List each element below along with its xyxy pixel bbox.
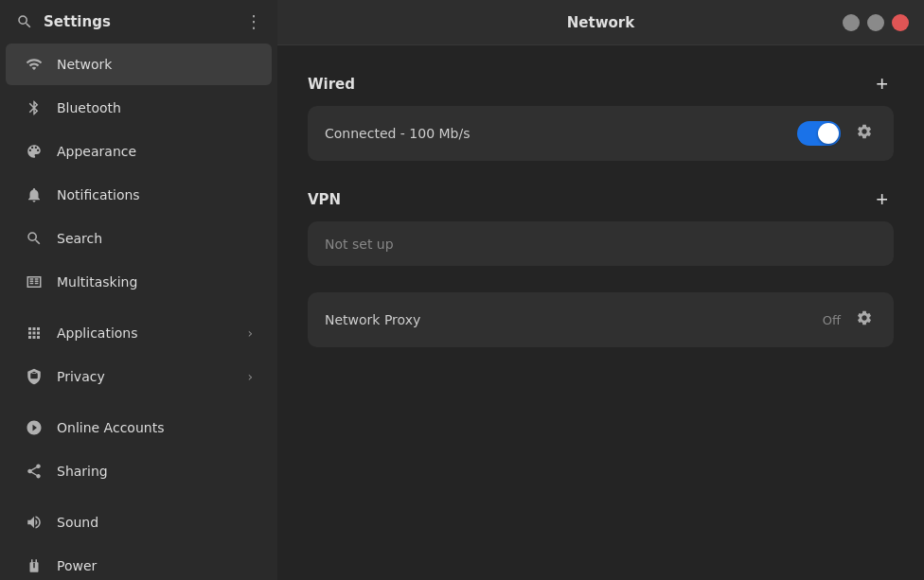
search-icon[interactable] (15, 12, 34, 31)
sound-icon (25, 513, 44, 532)
sidebar-item-network[interactable]: Network (6, 44, 272, 85)
wired-add-button[interactable]: + (870, 72, 894, 97)
online-accounts-icon (25, 418, 44, 437)
sidebar-item-appearance-label: Appearance (57, 144, 253, 159)
sidebar-menu-icon[interactable]: ⋮ (245, 11, 262, 31)
vpn-section-title: VPN (308, 191, 341, 208)
proxy-row[interactable]: Network Proxy Off (308, 292, 894, 347)
sidebar-item-online-accounts[interactable]: Online Accounts (6, 407, 272, 448)
appearance-icon (25, 142, 44, 161)
main-header: Network (277, 0, 924, 45)
sidebar-title: Settings (44, 13, 111, 30)
bluetooth-icon (25, 98, 44, 117)
power-icon (25, 556, 44, 575)
main-panel: Network Wired + Connected - 100 Mb/s (277, 0, 924, 580)
wired-card: Connected - 100 Mb/s (308, 106, 894, 161)
sidebar-item-privacy-label: Privacy (57, 369, 234, 384)
sidebar-item-privacy[interactable]: Privacy › (6, 356, 272, 397)
applications-icon (25, 324, 44, 343)
sidebar-item-applications[interactable]: Applications › (6, 312, 272, 354)
wired-connection-row: Connected - 100 Mb/s (308, 106, 894, 161)
vpn-card: Not set up (308, 221, 894, 266)
sidebar-item-sound-label: Sound (57, 515, 253, 530)
sidebar-item-bluetooth-label: Bluetooth (57, 100, 253, 115)
sidebar-item-search[interactable]: Search (6, 218, 272, 259)
wired-section: Wired + Connected - 100 Mb/s (308, 72, 894, 161)
main-title: Network (567, 14, 634, 31)
maximize-button[interactable] (867, 14, 884, 31)
sidebar-item-search-label: Search (57, 231, 253, 246)
network-icon (25, 55, 44, 74)
sidebar-item-multitasking[interactable]: Multitasking (6, 261, 272, 303)
sidebar-item-sharing[interactable]: Sharing (6, 450, 272, 492)
applications-arrow-icon: › (247, 325, 253, 341)
sidebar-item-online-accounts-label: Online Accounts (57, 420, 253, 435)
vpn-not-setup-text: Not set up (325, 237, 394, 252)
sidebar-item-notifications[interactable]: Notifications (6, 174, 272, 216)
main-content: Wired + Connected - 100 Mb/s VPN + (277, 45, 924, 580)
sidebar-item-applications-label: Applications (57, 325, 234, 341)
wired-section-title: Wired (308, 76, 355, 93)
sidebar-item-sharing-label: Sharing (57, 464, 253, 479)
search-sidebar-icon (25, 229, 44, 248)
sidebar-item-power[interactable]: Power (6, 545, 272, 580)
wired-connection-label: Connected - 100 Mb/s (325, 126, 786, 141)
toggle-knob (818, 123, 839, 144)
multitasking-icon (25, 272, 44, 291)
vpn-add-button[interactable]: + (870, 187, 894, 212)
sharing-icon (25, 462, 44, 481)
window-controls (843, 14, 909, 31)
proxy-card: Network Proxy Off (308, 292, 894, 347)
proxy-status: Off (823, 313, 841, 327)
sidebar-item-notifications-label: Notifications (57, 187, 253, 202)
close-button[interactable] (892, 14, 909, 31)
proxy-gear-button[interactable] (852, 306, 877, 334)
wired-section-header: Wired + (308, 72, 894, 97)
notifications-icon (25, 185, 44, 204)
sidebar-item-multitasking-label: Multitasking (57, 274, 253, 290)
minimize-button[interactable] (843, 14, 860, 31)
vpn-section: VPN + Not set up (308, 187, 894, 266)
sidebar: Settings ⋮ Network Bluetooth Appearance … (0, 0, 277, 580)
wired-gear-button[interactable] (852, 119, 877, 148)
wired-toggle[interactable] (797, 121, 841, 146)
privacy-icon (25, 367, 44, 386)
sidebar-item-appearance[interactable]: Appearance (6, 131, 272, 172)
vpn-section-header: VPN + (308, 187, 894, 212)
sidebar-header: Settings ⋮ (0, 0, 277, 43)
proxy-section: Network Proxy Off (308, 292, 894, 347)
proxy-label: Network Proxy (325, 312, 811, 327)
sidebar-item-bluetooth[interactable]: Bluetooth (6, 87, 272, 129)
sidebar-item-sound[interactable]: Sound (6, 501, 272, 543)
privacy-arrow-icon: › (247, 369, 253, 384)
sidebar-item-network-label: Network (57, 57, 253, 72)
sidebar-item-power-label: Power (57, 558, 253, 573)
